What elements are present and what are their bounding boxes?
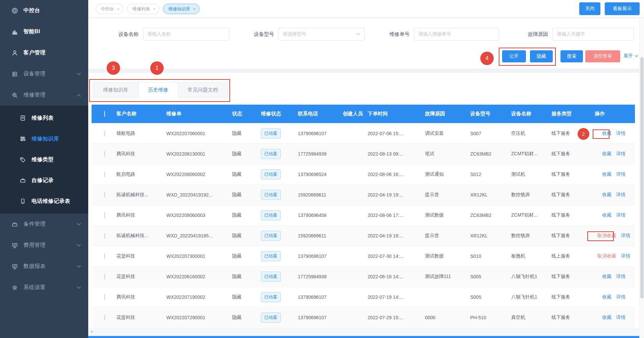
- detail-link[interactable]: 详情: [616, 274, 626, 280]
- publish-button[interactable]: 公开: [502, 50, 526, 62]
- vertical-scrollbar[interactable]: [639, 18, 644, 338]
- select-all-checkbox[interactable]: [104, 111, 105, 117]
- board-display-button[interactable]: 看板展示: [605, 2, 640, 15]
- tagbar-actions: 关闭 看板展示: [579, 2, 640, 15]
- sidebar-item-device[interactable]: 设备管理: [0, 63, 88, 84]
- row-checkbox[interactable]: [104, 294, 105, 300]
- favorite-link[interactable]: 收藏: [602, 294, 611, 300]
- sidebar-item-toolbox[interactable]: 自修记录: [0, 170, 88, 191]
- filter-input[interactable]: 请输入关键字: [552, 28, 634, 41]
- device-icon: [11, 70, 18, 78]
- row-checkbox[interactable]: [104, 213, 105, 218]
- horizontal-scrollbar[interactable]: ◂ ▸: [88, 328, 644, 335]
- repair-order-no: WX202207060001: [166, 131, 232, 136]
- detail-link[interactable]: 详情: [616, 315, 626, 321]
- close-tag-icon[interactable]: ×: [153, 7, 155, 11]
- repair-order-no: WX202208060003: [166, 213, 232, 218]
- scroll-left-icon[interactable]: ◂: [91, 329, 93, 334]
- page-tag[interactable]: 维修列表×: [127, 4, 159, 14]
- customer-name: 腾讯科技: [116, 151, 166, 157]
- sidebar-item-phone[interactable]: 电话维修记录表: [0, 191, 88, 212]
- detail-link[interactable]: 详情: [621, 233, 630, 239]
- customer-name: 花篮科技: [116, 315, 166, 321]
- contact-phone: 13790696107: [298, 315, 343, 320]
- close-tag-icon[interactable]: ×: [117, 7, 119, 11]
- filter-input[interactable]: 请输入名称: [143, 28, 229, 41]
- row-checkbox[interactable]: [104, 233, 105, 238]
- toolbox-icon: [19, 177, 26, 184]
- sidebar-item-repair[interactable]: 维修管理: [0, 84, 88, 106]
- visibility-status: 隐藏: [232, 233, 261, 239]
- tab-维修知识库[interactable]: 维修知识库: [93, 82, 139, 98]
- detail-link[interactable]: 详情: [621, 253, 630, 259]
- table-row: 拓诚机械科技...WXD_20220419185...隐藏已结案15920669…: [92, 225, 635, 246]
- favorite-link[interactable]: 收藏: [602, 212, 611, 218]
- tab-常见问题文档[interactable]: 常见问题文档: [178, 82, 228, 98]
- vertical-scrollbar-thumb[interactable]: [640, 57, 644, 298]
- close-button[interactable]: 关闭: [579, 2, 600, 15]
- favorite-link[interactable]: 收藏: [602, 274, 611, 280]
- service-type: 线下服务: [551, 294, 595, 300]
- contact-phone: 13790696107: [298, 253, 343, 259]
- favorite-link[interactable]: 收藏: [602, 151, 611, 157]
- filter-select[interactable]: 请选择型号: [278, 28, 365, 41]
- fault-reason: 测试通知: [425, 171, 470, 177]
- fault-reason: 0000: [425, 315, 470, 320]
- row-checkbox[interactable]: [104, 192, 105, 198]
- page-tag-label: 维修知识库: [168, 6, 190, 12]
- filter-input[interactable]: 请输入维修单号: [414, 28, 499, 41]
- detail-link[interactable]: 详情: [616, 192, 626, 198]
- sidebar-item-user[interactable]: 客户管理: [0, 42, 88, 63]
- device-name: 板翘机: [511, 253, 551, 259]
- repair-status-badge: 已结案: [261, 313, 281, 323]
- filter-label: 维修单号: [387, 31, 410, 38]
- page-tag[interactable]: 中控台×: [96, 4, 123, 14]
- favorite-link[interactable]: 收藏: [602, 192, 611, 198]
- favorite-link[interactable]: 收藏: [602, 315, 611, 321]
- repair-status-badge: 已结案: [261, 169, 281, 179]
- detail-link[interactable]: 详情: [616, 212, 626, 218]
- hide-button[interactable]: 隐藏: [530, 50, 553, 62]
- clear-all-button[interactable]: 清空所有: [585, 50, 620, 62]
- page-tag[interactable]: 维修知识库×: [163, 4, 200, 14]
- visibility-status: 隐藏: [232, 274, 261, 280]
- search-button[interactable]: 搜索: [560, 50, 583, 62]
- row-checkbox[interactable]: [104, 274, 105, 279]
- detail-link[interactable]: 详情: [616, 151, 626, 157]
- sidebar-item-kit[interactable]: 备件管理: [0, 214, 88, 235]
- table-row: 腾讯科技WX202207190002隐藏已结案137906961072022-0…: [92, 287, 635, 307]
- repair-status-badge: 已结案: [261, 190, 281, 200]
- favorite-link[interactable]: 收藏: [602, 171, 611, 177]
- order-time: 2022-08-13 09:...: [368, 151, 425, 157]
- row-checkbox[interactable]: [104, 151, 105, 157]
- row-checkbox[interactable]: [104, 131, 105, 136]
- sidebar-item-list[interactable]: 维修列表: [0, 108, 88, 128]
- sidebar-item-tag[interactable]: 维修类型: [0, 149, 88, 170]
- favorite-link[interactable]: 取消收藏: [597, 253, 616, 259]
- sidebar-item-chart[interactable]: 智能BI: [0, 21, 88, 42]
- sidebar-item-label: 数据报表: [23, 263, 46, 270]
- favorite-link[interactable]: 取消收藏: [597, 233, 616, 239]
- row-checkbox[interactable]: [104, 172, 105, 177]
- favorite-link[interactable]: 收藏: [602, 130, 611, 136]
- row-checkbox[interactable]: [104, 315, 105, 320]
- sidebar-item-board[interactable]: 费用管理: [0, 235, 88, 256]
- visibility-status: 隐藏: [232, 315, 261, 321]
- detail-link[interactable]: 详情: [616, 130, 626, 136]
- expand-button[interactable]: 展开: [624, 53, 638, 59]
- contact-phone: 13790696107: [298, 294, 343, 300]
- detail-link[interactable]: 详情: [616, 294, 626, 300]
- sidebar-item-gear[interactable]: 系统设置: [0, 277, 88, 298]
- device-model: XR12KL: [470, 233, 511, 238]
- order-time: 2022-04-19 18:...: [368, 233, 425, 238]
- row-checkbox[interactable]: [104, 253, 105, 259]
- contact-phone: 17725984939: [298, 274, 343, 279]
- close-tag-icon[interactable]: ×: [193, 7, 196, 11]
- sidebar: 中控台智能BI客户管理设备管理维修管理维修列表维修知识库维修类型自修记录电话维修…: [0, 0, 88, 338]
- detail-link[interactable]: 详情: [616, 171, 626, 177]
- tab-历史维修[interactable]: 历史维修: [139, 82, 178, 98]
- sidebar-item-books[interactable]: 维修知识库: [0, 128, 88, 149]
- sidebar-item-board[interactable]: 数据报表: [0, 256, 88, 277]
- tag-bar: 中控台×维修列表×维修知识库× 关闭 看板展示: [88, 0, 644, 18]
- sidebar-item-dashboard[interactable]: 中控台: [0, 0, 88, 21]
